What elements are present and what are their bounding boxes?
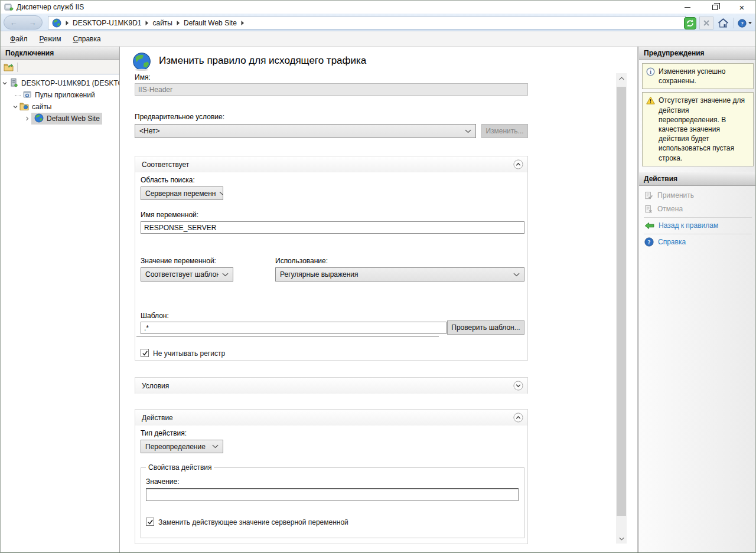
conditions-section-title: Условия [142,382,169,390]
connections-toolbar [1,60,119,74]
precondition-select[interactable]: <Нет> [135,124,476,138]
minimize-icon [685,7,690,8]
cancel-action[interactable]: Отмена [639,202,756,216]
chevron-expanded-icon[interactable] [2,80,8,86]
ignore-case-label: Не учитывать регистр [153,349,225,358]
scope-select[interactable]: Серверная переменн [141,186,223,200]
value-match-label: Значение переменной: [141,257,216,265]
warnings-header: Предупреждения [639,47,756,60]
actions-separator [644,234,752,234]
action-type-value: Переопределение [145,443,206,451]
chevron-down-icon [212,444,219,449]
value-field[interactable] [146,488,519,501]
replace-value-checkbox[interactable] [146,518,154,526]
info-icon: i [646,67,655,76]
collapse-match-button[interactable] [513,159,523,169]
stop-button[interactable] [699,17,713,30]
close-icon: × [739,2,745,12]
help-action[interactable]: ? Справка [639,235,756,249]
breadcrumb-server[interactable]: DESKTOP-U1MK9D1 [73,19,141,27]
close-button[interactable]: × [728,1,755,14]
action-properties-group: Свойства действия Значение: Заменить дей… [141,467,524,538]
connect-folder-icon[interactable] [4,63,14,71]
breadcrumb[interactable]: DESKTOP-U1MK9D1 сайты Default Web Site [48,16,686,30]
expand-conditions-button[interactable] [513,381,523,391]
precondition-label: Предварительное условие: [135,113,224,121]
ignore-case-checkbox[interactable] [141,349,149,357]
replace-value-label: Заменить действующее значение серверной … [158,518,348,526]
chevron-collapsed-icon[interactable] [24,116,30,122]
scope-value: Серверная переменн [145,189,216,198]
variable-name-field[interactable] [141,221,524,234]
cancel-icon [644,205,653,214]
tree-item-default-web-site[interactable]: Default Web Site [1,113,119,125]
variable-name-label: Имя переменной: [141,211,198,219]
name-field[interactable] [135,83,528,96]
name-label: Имя: [135,73,151,81]
chevron-down-icon [513,273,520,277]
apply-action[interactable]: Применить [639,189,756,202]
precondition-value: <Нет> [139,127,159,135]
edit-precondition-button[interactable]: Изменить... [481,124,528,138]
window-title: Диспетчер служб IIS [17,3,84,11]
scrollbar-thumb[interactable] [617,87,626,516]
match-section-title: Соответствует [142,161,189,169]
tree-item-label: DESKTOP-U1MK9D1 (DESKTOP [21,79,119,87]
forward-button[interactable]: → [29,18,37,27]
breadcrumb-sites[interactable]: сайты [152,19,172,27]
vertical-scrollbar[interactable] [616,73,627,544]
connections-panel: Подключения DESKTOP-U1MK9D1 (DESKTOP Пул… [1,47,120,552]
back-to-rules-label: Назад к правилам [659,221,718,230]
refresh-button[interactable] [683,17,697,30]
chevron-down-icon [219,191,223,195]
menu-file[interactable]: Файл [4,32,34,45]
back-to-rules-action[interactable]: Назад к правилам [639,219,756,233]
restore-button[interactable] [701,1,728,14]
connections-header: Подключения [1,47,119,60]
tree-item-app-pools[interactable]: Пулы приложений [1,89,119,101]
tree-item-sites[interactable]: сайты [1,101,119,113]
restore-icon [712,5,718,10]
value-match-select[interactable]: Соответствует шаблону [141,267,233,282]
connections-tree: DESKTOP-U1MK9D1 (DESKTOP Пулы приложений… [1,74,119,125]
tree-item-label: Пулы приложений [35,91,95,99]
action-type-select[interactable]: Переопределение [141,440,223,453]
back-button[interactable]: ← [10,18,18,27]
help-label: Справка [658,238,686,246]
breadcrumb-site[interactable]: Default Web Site [184,19,237,27]
tree-item-server[interactable]: DESKTOP-U1MK9D1 (DESKTOP [1,77,119,89]
tree-item-label: Default Web Site [47,114,100,123]
action-section-header: Действие [135,410,527,426]
usage-select[interactable]: Регулярные выражения [275,267,524,282]
info-message: Изменения успешно сохранены. [659,67,750,86]
warning-message: Отсутствует значение для действия переоп… [659,96,750,162]
nav-buttons: ← → [4,15,43,30]
breadcrumb-arrow-icon [177,21,180,25]
breadcrumb-arrow-icon [66,21,69,25]
minimize-button[interactable] [674,1,701,14]
toolbar-separator [734,18,734,28]
selected-tree-item[interactable]: Default Web Site [31,113,102,125]
action-type-label: Тип действия: [141,429,187,437]
check-icon [142,350,148,356]
cancel-label: Отмена [657,205,683,213]
info-alert: i Изменения успешно сохранены. [642,63,754,89]
home-button[interactable] [716,17,730,30]
tree-connector [15,95,21,96]
test-pattern-button[interactable]: Проверить шаблон... [447,320,524,335]
scroll-up-button[interactable] [616,73,627,83]
app-window: Диспетчер служб IIS × ← → DESKTOP-U1MK9D… [0,0,756,553]
toolbar-separator [17,63,18,72]
usage-value: Регулярные выражения [280,270,359,279]
menu-help[interactable]: Справка [67,32,107,45]
chevron-expanded-icon[interactable] [12,104,18,110]
help-button[interactable]: ? [738,17,752,30]
pattern-field[interactable] [141,322,447,334]
scroll-down-button[interactable] [616,534,627,544]
collapse-action-button[interactable] [513,413,523,423]
apply-icon [644,191,653,200]
breadcrumb-arrow-icon [145,21,148,25]
chevron-down-icon [619,537,624,541]
menu-view[interactable]: Режим [34,32,67,45]
server-icon [9,78,18,87]
